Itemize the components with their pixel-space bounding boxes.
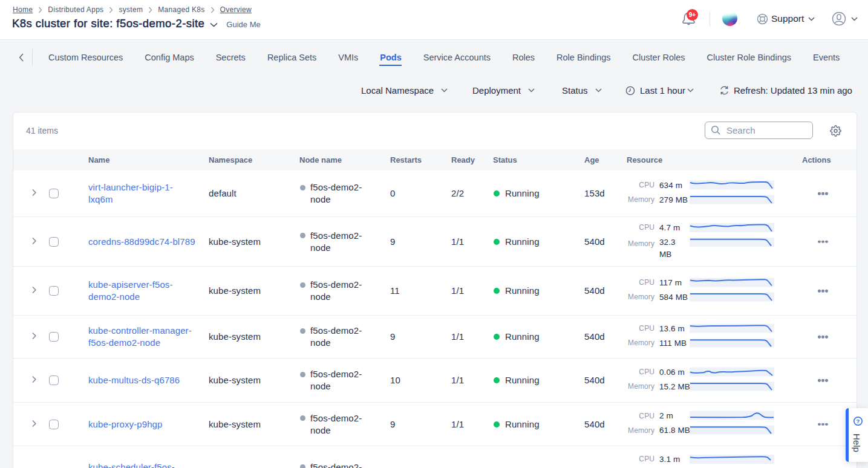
svg-text:?: ? xyxy=(857,418,860,424)
